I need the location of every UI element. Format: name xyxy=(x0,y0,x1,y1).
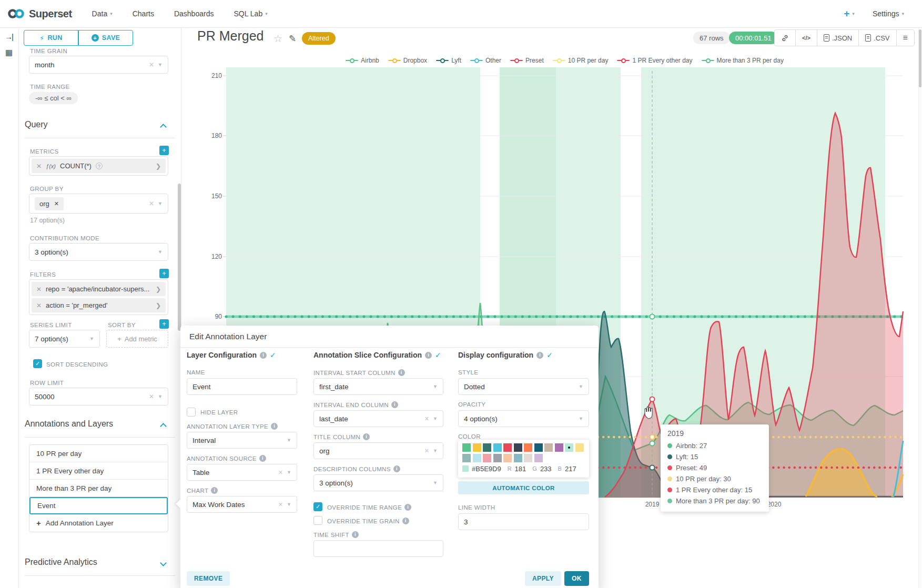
save-button[interactable]: +SAVE xyxy=(78,30,133,46)
star-icon[interactable]: ☆ xyxy=(273,33,282,45)
expand-chevron-icon[interactable]: ❯ xyxy=(156,163,161,170)
color-swatch[interactable] xyxy=(524,454,532,462)
menu-icon[interactable]: ≡ xyxy=(897,30,914,46)
apply-button[interactable]: APPLY xyxy=(525,571,561,586)
ok-button[interactable]: OK xyxy=(564,571,589,586)
legend-item[interactable]: Preset xyxy=(510,57,544,64)
legend-item[interactable]: Lyft xyxy=(436,57,461,64)
legend-item[interactable]: Dropbox xyxy=(388,57,427,64)
run-button[interactable]: ⚡RUN xyxy=(24,30,78,46)
legend-item[interactable]: More than 3 PR per day xyxy=(702,57,784,64)
color-swatch[interactable] xyxy=(462,443,471,452)
color-swatch[interactable] xyxy=(503,443,512,452)
remove-button[interactable]: REMOVE xyxy=(187,571,230,586)
altered-badge[interactable]: Altered xyxy=(302,32,336,45)
series-limit-select[interactable]: 7 option(s)▼ xyxy=(29,330,100,348)
remove-icon[interactable]: ✕ xyxy=(36,302,42,309)
time-range-pill[interactable]: -∞ ≤ col < ∞ xyxy=(29,92,78,104)
nav-dashboards[interactable]: Dashboards xyxy=(174,9,214,18)
group-by-tag[interactable]: org✕ xyxy=(35,197,64,210)
time-grain-select[interactable]: month ✕▼ xyxy=(29,56,168,74)
legend-item[interactable]: Other xyxy=(470,57,501,64)
clear-icon[interactable]: ✕ xyxy=(278,501,283,508)
color-swatch[interactable] xyxy=(493,454,502,462)
contribution-mode-select[interactable]: 3 option(s)▼ xyxy=(29,243,168,261)
name-input[interactable] xyxy=(187,378,297,395)
color-swatch[interactable] xyxy=(534,443,543,452)
title-column-select[interactable]: org✕▼ xyxy=(313,442,443,459)
color-swatch[interactable] xyxy=(575,443,584,452)
filter-chip-action[interactable]: ✕ action = 'pr_merged' ❯ xyxy=(32,298,166,312)
expand-chevron-icon[interactable]: ❯ xyxy=(156,302,161,309)
nav-settings[interactable]: Settings▾ xyxy=(873,9,904,18)
clear-icon[interactable]: ✕ xyxy=(424,415,429,422)
clear-icon[interactable]: ✕ xyxy=(149,61,154,68)
clear-icon[interactable]: ✕ xyxy=(424,448,429,454)
annotation-layer-item[interactable]: 1 PR Every other day xyxy=(29,462,168,480)
superset-logo[interactable]: Superset xyxy=(7,8,72,20)
interval-start-select[interactable]: first_date▼ xyxy=(313,378,443,395)
add-metric-button[interactable]: + xyxy=(159,146,169,155)
annotation-layer-type-select[interactable]: Interval▼ xyxy=(187,432,297,449)
color-swatch[interactable] xyxy=(473,443,481,452)
nav-sql-lab[interactable]: SQL Lab▾ xyxy=(234,9,267,18)
sort-descending-checkbox[interactable]: ✓ xyxy=(33,359,42,368)
group-by-select[interactable]: org✕ ✕▼ xyxy=(29,194,168,214)
override-time-range-checkbox[interactable]: ✓ xyxy=(313,502,322,511)
clear-icon[interactable]: ✕ xyxy=(278,469,283,476)
add-filter-button[interactable]: + xyxy=(159,269,169,278)
color-swatch[interactable] xyxy=(514,454,522,462)
copy-link-button[interactable] xyxy=(775,30,796,46)
color-swatch[interactable] xyxy=(514,443,522,452)
add-sort-metric-button[interactable]: + xyxy=(159,319,169,329)
hide-layer-checkbox[interactable] xyxy=(187,408,196,417)
automatic-color-button[interactable]: AUTOMATIC COLOR xyxy=(458,481,589,494)
remove-icon[interactable]: ✕ xyxy=(36,286,42,293)
color-swatch[interactable] xyxy=(483,443,491,452)
page-scrollbar-thumb[interactable] xyxy=(919,29,921,87)
legend-item[interactable]: Airbnb xyxy=(346,57,379,64)
color-swatch-selected[interactable] xyxy=(565,443,573,452)
description-columns-select[interactable]: 3 option(s)▼ xyxy=(313,474,443,491)
time-shift-input[interactable] xyxy=(313,540,443,557)
annotation-layer-item[interactable]: 10 PR per day xyxy=(29,445,168,462)
color-swatch[interactable] xyxy=(483,454,491,462)
line-width-input[interactable] xyxy=(458,513,589,530)
opacity-select[interactable]: 4 option(s)▼ xyxy=(458,410,589,427)
page-scrollbar-track[interactable] xyxy=(918,28,922,588)
color-swatch[interactable] xyxy=(473,454,481,462)
remove-icon[interactable]: ✕ xyxy=(36,163,42,170)
interval-end-select[interactable]: last_date✕▼ xyxy=(313,410,443,427)
color-swatch[interactable] xyxy=(493,443,502,452)
new-item-button[interactable]: +▾ xyxy=(844,8,855,19)
annotation-layer-item[interactable]: More than 3 PR per day xyxy=(29,480,168,497)
annotation-source-select[interactable]: Table✕▼ xyxy=(187,464,297,481)
add-annotation-layer-button[interactable]: +Add Annotation Layer xyxy=(29,514,168,532)
legend-item[interactable]: 1 PR Every other day xyxy=(617,57,692,64)
edit-title-icon[interactable]: ✎ xyxy=(289,33,296,44)
nav-charts[interactable]: Charts xyxy=(133,9,154,18)
annotation-layer-item-selected[interactable]: Event xyxy=(29,497,168,514)
expand-chevron-icon[interactable]: ❯ xyxy=(156,286,161,293)
legend-item[interactable]: 10 PR per day xyxy=(553,57,609,64)
nav-data[interactable]: Data▾ xyxy=(92,9,113,18)
color-swatch[interactable] xyxy=(524,443,532,452)
sort-by-add-metric[interactable]: +Add metric xyxy=(106,330,168,348)
clear-icon[interactable]: ✕ xyxy=(149,393,154,400)
export-json-button[interactable]: .JSON xyxy=(817,30,859,46)
color-swatch[interactable] xyxy=(534,454,543,462)
embed-code-button[interactable]: </> xyxy=(796,30,817,46)
remove-icon[interactable]: ✕ xyxy=(54,200,59,207)
metric-chip-count[interactable]: ✕ ƒ(x) COUNT(*) ? ❯ xyxy=(32,159,166,173)
export-csv-button[interactable]: .CSV xyxy=(859,30,896,46)
chart-field-select[interactable]: Max Work Dates✕▼ xyxy=(187,496,297,513)
row-limit-select[interactable]: 50000 ✕▼ xyxy=(29,388,168,405)
filter-chip-repo[interactable]: ✕ repo = 'apache/incubator-supers... ❯ xyxy=(32,282,166,296)
color-swatch[interactable] xyxy=(555,443,563,452)
color-swatch[interactable] xyxy=(503,454,512,462)
color-swatch[interactable] xyxy=(462,454,471,462)
style-select[interactable]: Dotted▼ xyxy=(458,378,589,395)
override-time-grain-checkbox[interactable] xyxy=(313,516,322,525)
panel-scrollbar[interactable] xyxy=(178,184,181,331)
clear-icon[interactable]: ✕ xyxy=(149,200,154,207)
